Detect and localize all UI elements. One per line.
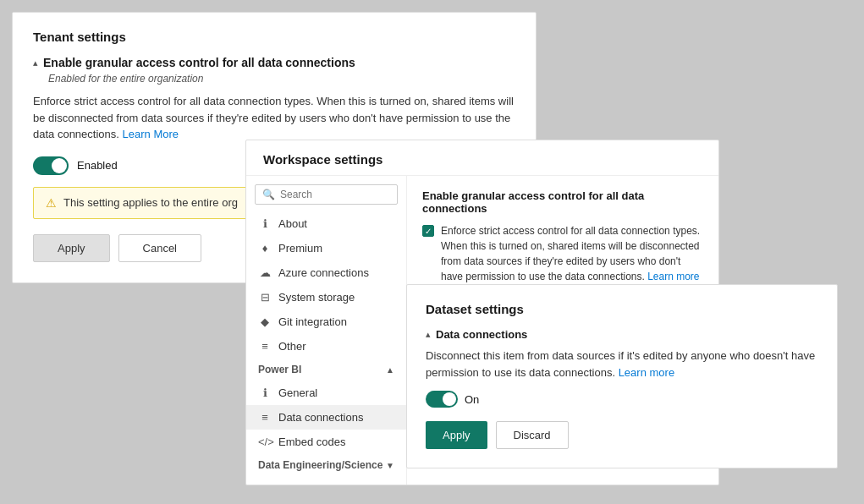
dataset-description: Disconnect this item from data sources i… [426, 348, 818, 381]
other-icon: ≡ [258, 340, 272, 353]
tenant-toggle-label: Enabled [77, 159, 118, 172]
data-engineering-section-label: Data Engineering/Science [258, 459, 382, 471]
ds-expand-icon: ▴ [426, 329, 431, 340]
sidebar-item-data-connections-label: Data connections [278, 411, 363, 424]
sidebar-item-general[interactable]: ℹ General [246, 381, 406, 405]
tenant-panel-title: Tenant settings [33, 30, 515, 44]
workspace-checkbox[interactable]: ✓ [422, 225, 434, 237]
chevron-down-icon: ▼ [386, 461, 394, 470]
dataset-toggle[interactable] [426, 391, 458, 408]
sidebar-item-premium-label: Premium [278, 242, 322, 255]
sidebar-item-other[interactable]: ≡ Other [246, 334, 406, 359]
about-icon: ℹ [258, 217, 272, 230]
dataset-discard-button[interactable]: Discard [496, 421, 569, 449]
tenant-apply-button[interactable]: Apply [33, 234, 110, 262]
data-engineering-section-header[interactable]: Data Engineering/Science ▼ [246, 454, 406, 476]
dataset-btn-row: Apply Discard [426, 421, 818, 449]
git-icon: ◆ [258, 315, 272, 328]
workspace-learn-more-link[interactable]: Learn more [647, 271, 699, 282]
sidebar-item-git[interactable]: ◆ Git integration [246, 310, 406, 334]
workspace-content-title: Enable granular access control for all d… [422, 189, 703, 215]
sidebar-item-git-label: Git integration [278, 315, 347, 328]
data-connections-icon: ≡ [258, 411, 272, 424]
sidebar-item-storage[interactable]: ⊟ System storage [246, 285, 406, 310]
storage-icon: ⊟ [258, 291, 272, 304]
sidebar-item-about[interactable]: ℹ About [246, 211, 406, 236]
workspace-sidebar: 🔍 ℹ About ♦ Premium ☁ Azure connections … [246, 176, 407, 485]
sidebar-item-other-label: Other [278, 340, 306, 353]
dataset-toggle-row: On [426, 391, 818, 408]
tenant-cancel-button[interactable]: Cancel [118, 234, 201, 262]
tenant-description: Enforce strict access control for all da… [33, 93, 515, 143]
tenant-section-title: Enable granular access control for all d… [43, 56, 355, 69]
sidebar-item-about-label: About [278, 217, 307, 230]
dataset-apply-button[interactable]: Apply [426, 421, 487, 449]
dataset-section-row: ▴ Data connections [426, 328, 818, 341]
dataset-section-title: Data connections [436, 328, 527, 341]
sidebar-item-azure-label: Azure connections [278, 266, 369, 279]
search-box[interactable]: 🔍 [255, 184, 398, 205]
sidebar-item-storage-label: System storage [278, 291, 355, 304]
warning-icon: ⚠ [46, 196, 57, 210]
workspace-checkbox-text: Enforce strict access control for all da… [441, 223, 703, 284]
dataset-panel-title: Dataset settings [426, 302, 818, 316]
power-bi-section-label: Power BI [258, 364, 301, 375]
sidebar-item-azure[interactable]: ☁ Azure connections [246, 260, 406, 285]
sidebar-item-data-connections[interactable]: ≡ Data connections [246, 405, 406, 430]
tenant-section-subtitle: Enabled for the entire organization [48, 73, 515, 85]
warning-text: This setting applies to the entire org [63, 196, 238, 209]
premium-icon: ♦ [258, 242, 272, 255]
sidebar-item-premium[interactable]: ♦ Premium [246, 236, 406, 260]
sidebar-item-general-label: General [278, 386, 317, 399]
tenant-learn-more-link[interactable]: Learn More [123, 128, 179, 140]
azure-icon: ☁ [258, 266, 272, 279]
general-icon: ℹ [258, 386, 272, 399]
workspace-panel-title: Workspace settings [263, 152, 702, 167]
search-icon: 🔍 [262, 189, 275, 200]
embed-codes-icon: </> [258, 436, 272, 448]
sidebar-item-embed-codes-label: Embed codes [278, 436, 346, 448]
workspace-header: Workspace settings [246, 140, 718, 176]
workspace-checkbox-row: ✓ Enforce strict access control for all … [422, 223, 703, 284]
dataset-settings-panel: Dataset settings ▴ Data connections Disc… [406, 284, 838, 468]
chevron-up-icon: ▲ [386, 365, 394, 375]
dataset-learn-more-link[interactable]: Learn more [619, 366, 674, 379]
power-bi-section-header[interactable]: Power BI ▲ [246, 359, 406, 381]
dataset-toggle-label: On [465, 393, 479, 406]
sidebar-item-embed-codes[interactable]: </> Embed codes [246, 430, 406, 454]
expand-icon: ▴ [33, 58, 38, 68]
tenant-toggle[interactable] [33, 156, 69, 175]
search-input[interactable] [280, 189, 390, 200]
